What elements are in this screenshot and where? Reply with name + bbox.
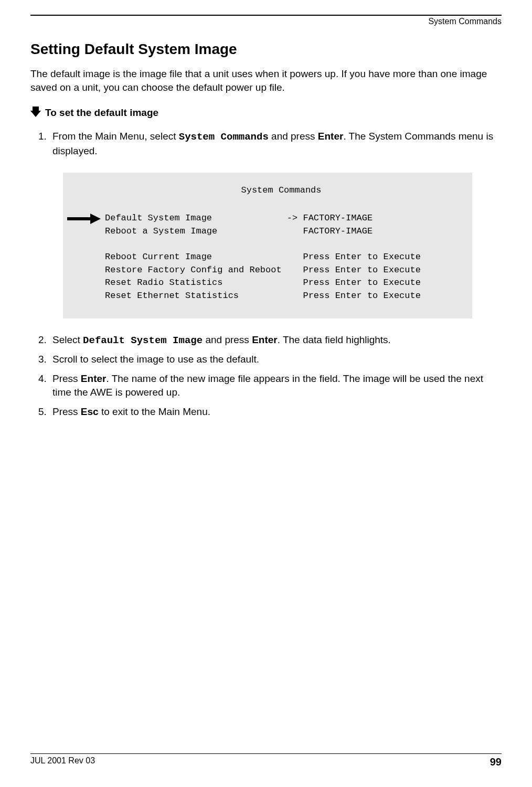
step-3: Scroll to select the image to use as the… (49, 353, 502, 367)
page-title: Setting Default System Image (30, 41, 502, 58)
step-text: . The data field highlights. (278, 334, 391, 345)
step-text: and press (203, 334, 252, 345)
page-number: 99 (490, 756, 502, 768)
key-name: Enter (252, 334, 278, 345)
terminal-figure: System CommandsDefault System Image -> F… (63, 173, 502, 318)
step-text: From the Main Menu, select (52, 131, 179, 142)
step-5: Press Esc to exit to the Main Menu. (49, 405, 502, 419)
page-footer: JUL 2001 Rev 03 99 (30, 753, 502, 768)
svg-marker-1 (90, 214, 101, 224)
terminal-body: Default System Image -> FACTORY-IMAGE Re… (105, 213, 421, 301)
procedure-list: From the Main Menu, select System Comman… (30, 130, 502, 419)
step-text: Press (52, 373, 81, 384)
step-text: Select (52, 334, 83, 345)
subheading-text: To set the default image (45, 107, 158, 119)
key-name: Enter (81, 373, 107, 384)
step-2: Select Default System Image and press En… (49, 333, 502, 348)
step-text: and press (269, 131, 318, 142)
step-text: to exit to the Main Menu. (99, 406, 210, 417)
intro-paragraph: The default image is the image file that… (30, 67, 502, 94)
key-name: Esc (81, 406, 99, 417)
step-text: Scroll to select the image to use as the… (52, 354, 259, 365)
menu-item: Default System Image (83, 335, 203, 346)
header-rule (30, 15, 502, 16)
terminal-box: System CommandsDefault System Image -> F… (63, 173, 472, 318)
step-4: Press Enter. The name of the new image f… (49, 372, 502, 400)
key-name: Enter (318, 131, 344, 142)
step-1: From the Main Menu, select System Comman… (49, 130, 502, 318)
pointer-icon (30, 105, 41, 120)
footer-revision: JUL 2001 Rev 03 (30, 756, 95, 768)
subheading-row: To set the default image (30, 105, 502, 120)
step-text: Press (52, 406, 81, 417)
callout-arrow-icon (67, 214, 101, 228)
running-header: System Commands (30, 17, 502, 26)
menu-name: System Commands (179, 131, 269, 143)
svg-rect-0 (67, 217, 90, 220)
page: System Commands Setting Default System I… (0, 0, 532, 787)
step-text: . The name of the new image file appears… (52, 373, 483, 398)
terminal-title: System Commands (105, 184, 457, 197)
